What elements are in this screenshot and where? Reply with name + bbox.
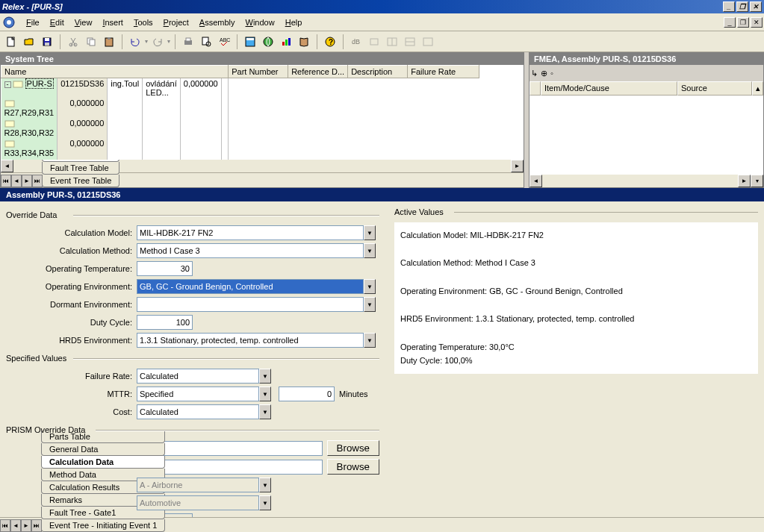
help-button[interactable]: ? (322, 34, 338, 50)
input-cost[interactable] (137, 404, 259, 419)
maximize-button[interactable]: ❐ (736, 1, 748, 12)
svg-point-7 (74, 43, 77, 46)
book-button[interactable] (296, 34, 312, 50)
fmea-title: FMEA, Assembly PUR-S, 01215DS36 (529, 53, 763, 65)
form-tab-general-data[interactable]: General Data (41, 443, 165, 456)
fmea-col-source[interactable]: Source (677, 81, 752, 96)
layout1-button[interactable] (384, 34, 400, 50)
tree-row[interactable]: R33,R34,R350,000000 (1, 138, 229, 158)
globe-button[interactable] (260, 34, 276, 50)
browse-bay-file[interactable]: Browse (327, 459, 379, 475)
label-minutes: Minutes (339, 389, 368, 398)
input-mttr-value[interactable] (279, 387, 335, 401)
input-duty[interactable] (137, 315, 193, 330)
browse-pg-file[interactable]: Browse (327, 440, 379, 456)
menu-tools[interactable]: Tools (128, 16, 158, 28)
tree-row[interactable]: - PUR-S01215DS36ing.Toulovládání LED...0… (1, 78, 229, 98)
cut-button[interactable] (65, 34, 81, 50)
form-button[interactable] (242, 34, 258, 50)
input-op-temp[interactable] (137, 261, 193, 276)
tab-last[interactable]: ⏭ (32, 175, 43, 187)
col-rate[interactable]: Failure Rate (408, 66, 479, 78)
close-button[interactable]: ✕ (750, 1, 762, 12)
menu-insert[interactable]: Insert (97, 16, 128, 28)
input-fail-rate[interactable] (137, 369, 259, 384)
fmea-tool-3[interactable]: ◦ (550, 69, 553, 78)
dropdown-mttr[interactable]: ▼ (259, 387, 271, 401)
form-tab-event-tree-initiating-event-1[interactable]: Event Tree - Initiating Event 1 (41, 519, 165, 532)
print-preview-button[interactable] (198, 34, 214, 50)
menu-assembly[interactable]: Assembly (194, 16, 240, 28)
label-op-temp: Operating Temperature: (6, 264, 137, 273)
layout2-button[interactable] (402, 34, 418, 50)
new-button[interactable] (3, 34, 19, 50)
section-spec: Specified Values (6, 351, 379, 366)
minimize-button[interactable]: _ (723, 1, 735, 12)
tree-row[interactable]: R28,R30,R320,000000 (1, 118, 229, 138)
tree-tab-event-tree-table[interactable]: Event Tree Table (42, 175, 119, 187)
menu-window[interactable]: Window (240, 16, 280, 28)
input-op-env[interactable] (137, 279, 364, 294)
fmea-hscroll[interactable]: ◄►▾ (529, 175, 763, 187)
menu-view[interactable]: View (69, 16, 98, 28)
menubar: FileEditViewInsertToolsProjectAssemblyWi… (0, 13, 764, 31)
input-calc-model[interactable] (137, 225, 364, 240)
menu-edit[interactable]: Edit (45, 16, 69, 28)
menu-file[interactable]: File (21, 16, 45, 28)
col-part[interactable]: Part Number (229, 66, 288, 78)
dropdown-calc-method[interactable]: ▼ (364, 243, 376, 258)
active-values: Calculation Model: MIL-HDBK-217 FN2 Calc… (394, 222, 758, 374)
section-prism: PRISM Override Data (6, 422, 379, 437)
input-mttr[interactable] (137, 387, 259, 401)
fmea-col-item[interactable]: Item/Mode/Cause (541, 81, 677, 96)
tree-row[interactable]: R27,R29,R310,000000 (1, 98, 229, 118)
spellcheck-button[interactable]: ABC (216, 34, 232, 50)
input-calc-method[interactable] (137, 243, 364, 258)
fmea-scroll-up[interactable]: ▴ (752, 81, 763, 96)
fmea-tool-2[interactable]: ⊕ (541, 69, 547, 78)
menu-help[interactable]: Help (280, 16, 308, 28)
print-button[interactable] (180, 34, 196, 50)
tab-prev[interactable]: ◄ (11, 175, 22, 187)
redo-button[interactable] (149, 34, 166, 50)
col-desc[interactable]: Description (348, 66, 408, 78)
form-tab-last[interactable]: ⏭ (31, 519, 42, 532)
svg-rect-32 (13, 81, 22, 87)
mdi-restore-button[interactable]: ❐ (737, 17, 749, 28)
dropdown-fail-rate[interactable]: ▼ (259, 369, 271, 384)
fmea-tool-1[interactable]: ↳ (531, 69, 538, 78)
form-tab-prev[interactable]: ◄ (10, 519, 21, 532)
dropdown-cost[interactable]: ▼ (259, 404, 271, 419)
dropdown-hrd5[interactable]: ▼ (364, 333, 376, 348)
tab-next[interactable]: ► (22, 175, 32, 187)
form-tab-calculation-data[interactable]: Calculation Data (41, 456, 165, 469)
tab-first[interactable]: ⏮ (1, 175, 11, 187)
chart-button[interactable] (278, 34, 294, 50)
save-button[interactable] (39, 34, 55, 50)
form-tab-first[interactable]: ⏮ (0, 519, 10, 532)
dropdown-calc-model[interactable]: ▼ (364, 225, 376, 240)
fmea-col-gutter[interactable] (529, 81, 541, 96)
layout3-button[interactable] (420, 34, 436, 50)
undo-button[interactable] (127, 34, 143, 50)
dropdown-dorm-env[interactable]: ▼ (364, 297, 376, 312)
input-hrd5[interactable] (137, 333, 364, 348)
label-calc-method: Calculation Method: (6, 246, 137, 255)
section-override: Override Data (6, 207, 379, 222)
form-tab-next[interactable]: ► (21, 519, 31, 532)
menu-project[interactable]: Project (158, 16, 194, 28)
mdi-minimize-button[interactable]: _ (724, 17, 736, 28)
mdi-close-button[interactable]: ✕ (751, 17, 763, 28)
paste-button[interactable] (101, 34, 117, 50)
input-dorm-env[interactable] (137, 297, 364, 312)
text-button[interactable] (366, 34, 382, 50)
copy-button[interactable] (83, 34, 99, 50)
db-button[interactable]: dB (348, 34, 364, 50)
tree-tab-fault-tree-table[interactable]: Fault Tree Table (42, 162, 119, 175)
open-button[interactable] (21, 34, 37, 50)
col-ref[interactable]: Reference D... (288, 66, 348, 78)
dropdown-op-env[interactable]: ▼ (364, 279, 376, 294)
tree-row[interactable]: MPC82700,000000 (1, 158, 229, 160)
col-name[interactable]: Name (1, 66, 229, 78)
form-title: Assembly PUR-S, 01215DS36 (0, 188, 764, 201)
